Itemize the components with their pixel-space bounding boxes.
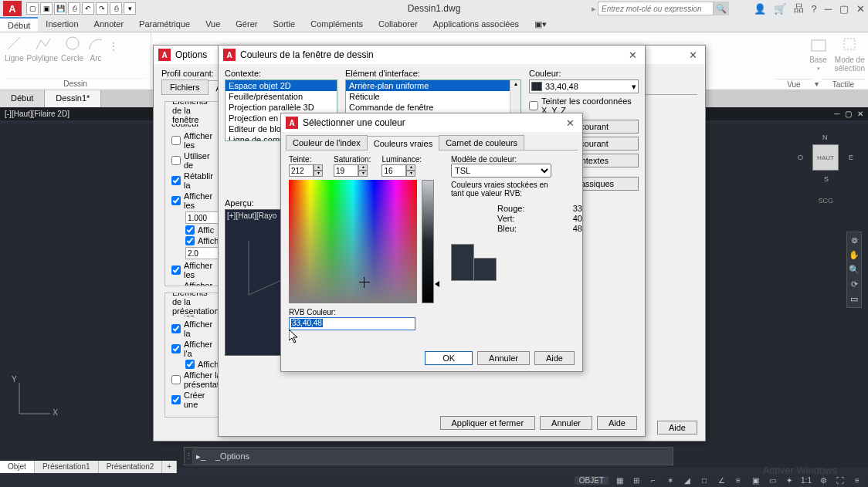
status-objet[interactable]: OBJET [575, 476, 609, 485]
elem-item-2[interactable]: Commande de fenêtre [346, 102, 520, 113]
ribbon-tab-complements[interactable]: Compléments [303, 17, 371, 32]
print-icon[interactable]: ⎙ [110, 2, 122, 15]
elem-item-1[interactable]: Réticule [346, 91, 520, 102]
ribbon-tab-sortie[interactable]: Sortie [265, 17, 303, 32]
sat-up-icon[interactable]: ▴ [358, 164, 368, 171]
sc-tab-book[interactable]: Carnet de couleurs [439, 135, 524, 150]
close-icon[interactable]: ✕ [856, 3, 865, 15]
colors-close-icon[interactable]: ✕ [625, 49, 640, 61]
panel-vue-dropdown[interactable]: ▾ [813, 79, 820, 90]
status-osnap-icon[interactable]: □ [698, 475, 710, 485]
status-polar-icon[interactable]: ✶ [664, 475, 676, 485]
vp-maximize-icon[interactable]: ▢ [845, 110, 852, 118]
colors-title-bar[interactable]: A Couleurs de la fenêtre de dessin ✕ [219, 46, 645, 64]
lum-input[interactable] [381, 164, 406, 177]
chk-restore[interactable] [171, 176, 181, 185]
chk-p2[interactable] [171, 324, 181, 333]
cart-icon[interactable]: 🛒 [774, 3, 786, 15]
minimize-icon[interactable]: ─ [825, 3, 832, 15]
status-ortho-icon[interactable]: ⌐ [647, 475, 659, 485]
tool-polyline[interactable]: Polyligne [26, 34, 58, 63]
lum-up-icon[interactable]: ▴ [406, 164, 415, 171]
chk-use[interactable] [171, 156, 181, 165]
tool-base[interactable]: Base▾ [809, 34, 829, 72]
status-trans-icon[interactable]: ▣ [749, 475, 761, 485]
ctx-item-1[interactable]: Feuille/présentation [225, 91, 337, 102]
tool-mode-selection[interactable]: Mode de sélection [835, 34, 865, 73]
options-close-icon[interactable]: ✕ [685, 49, 700, 61]
chk-show4[interactable] [171, 286, 181, 286]
sat-input[interactable] [334, 164, 358, 177]
ctx-item-2[interactable]: Projection parallèle 3D [225, 102, 337, 113]
chk-p3[interactable] [171, 344, 181, 353]
vp-close-icon[interactable]: ✕ [857, 110, 863, 118]
selcolor-title-bar[interactable]: A Sélectionner une couleur ✕ [281, 113, 582, 132]
color-combo[interactable]: 33,40,48 ▾ [529, 79, 639, 93]
ctx-item-0[interactable]: Espace objet 2D [225, 80, 337, 91]
open-icon[interactable]: ▣ [40, 2, 53, 15]
nav-showmotion-icon[interactable]: ▭ [850, 294, 858, 304]
sc-tab-true[interactable]: Couleurs vraies [367, 136, 439, 150]
chk-p4[interactable] [185, 360, 195, 369]
chk-aff[interactable] [185, 225, 195, 235]
chk-p5[interactable] [171, 375, 181, 384]
restore-icon[interactable]: ▢ [839, 3, 849, 15]
doc-tab-start[interactable]: Début [0, 90, 45, 107]
status-snap-icon[interactable]: ⊞ [630, 475, 643, 485]
num2[interactable] [185, 247, 219, 259]
app-menu-icon[interactable]: 品 [794, 2, 804, 15]
ribbon-tab-gerer[interactable]: Gérer [228, 17, 265, 32]
doc-tab-dessin1[interactable]: Dessin1* [45, 90, 101, 107]
ribbon-tab-collaborer[interactable]: Collaborer [371, 17, 426, 32]
view-cube[interactable]: N S E O HAUT [802, 135, 849, 181]
hue-down-icon[interactable]: ▾ [314, 171, 323, 177]
color-model-select[interactable]: TSL [451, 164, 551, 178]
status-sel-icon[interactable]: ▭ [766, 475, 778, 485]
ribbon-tab-apps[interactable]: Applications associées [426, 17, 527, 32]
vp-minimize-icon[interactable]: ─ [834, 110, 839, 118]
command-line[interactable]: ⋮ ▸_ _Options [184, 447, 673, 465]
undo-icon[interactable]: ↶ [82, 2, 94, 15]
app-logo[interactable]: A [3, 1, 22, 16]
cmd-drag-handle[interactable]: ⋮ [185, 448, 192, 465]
ribbon-tab-extra-icon[interactable]: ▣▾ [527, 17, 554, 32]
selcolor-help-button[interactable]: Aide [534, 351, 575, 365]
status-otrack-icon[interactable]: ∠ [715, 475, 727, 485]
ribbon-tab-annoter[interactable]: Annoter [86, 17, 132, 32]
chk-tint[interactable] [529, 101, 538, 110]
ribbon-tab-vue[interactable]: Vue [198, 17, 228, 32]
saveas-icon[interactable]: ⎙ [68, 2, 80, 15]
dropdown-icon[interactable]: ▾ [124, 2, 136, 15]
colors-help-button[interactable]: Aide [597, 416, 637, 430]
status-gizmo-icon[interactable]: ✦ [783, 475, 795, 485]
status-lwt-icon[interactable]: ≡ [732, 475, 744, 485]
view-cube-face[interactable]: HAUT [812, 144, 839, 171]
status-scale-icon[interactable]: 1:1 [800, 475, 812, 485]
chk-show3[interactable] [171, 265, 181, 275]
ribbon-tab-parametrique[interactable]: Paramétrique [131, 17, 198, 32]
tool-line[interactable]: Ligne [5, 34, 23, 63]
ribbon-tab-debut[interactable]: Début [0, 17, 38, 32]
luminance-bar[interactable] [422, 180, 434, 303]
nav-zoom-icon[interactable]: 🔍 [849, 265, 860, 275]
elem-item-0[interactable]: Arrière-plan uniforme [346, 80, 520, 91]
new-icon[interactable]: ▢ [26, 2, 39, 15]
tool-more-icon[interactable]: ⋮ [108, 34, 119, 63]
colors-cancel-button[interactable]: Annuler [540, 416, 592, 430]
status-grid-icon[interactable]: ▦ [613, 475, 626, 485]
hue-input[interactable] [289, 164, 314, 177]
save-icon[interactable]: 💾 [54, 2, 66, 15]
search-icon[interactable]: 🔍 [714, 2, 729, 15]
lum-down-icon[interactable]: ▾ [406, 171, 415, 177]
help-icon[interactable]: ? [812, 3, 817, 15]
color-field[interactable] [289, 180, 417, 303]
selcolor-ok-button[interactable]: OK [425, 351, 473, 365]
sc-tab-index[interactable]: Couleur de l'index [286, 135, 368, 150]
hue-up-icon[interactable]: ▴ [314, 164, 323, 171]
nav-orbit-icon[interactable]: ⟳ [851, 279, 858, 289]
nav-wheel-icon[interactable]: ⊚ [851, 235, 858, 245]
status-iso-icon[interactable]: ◢ [681, 475, 693, 485]
redo-icon[interactable]: ↷ [96, 2, 108, 15]
scg-label[interactable]: SCG [818, 197, 833, 205]
rvb-input[interactable]: 33,40,48 [289, 317, 415, 330]
